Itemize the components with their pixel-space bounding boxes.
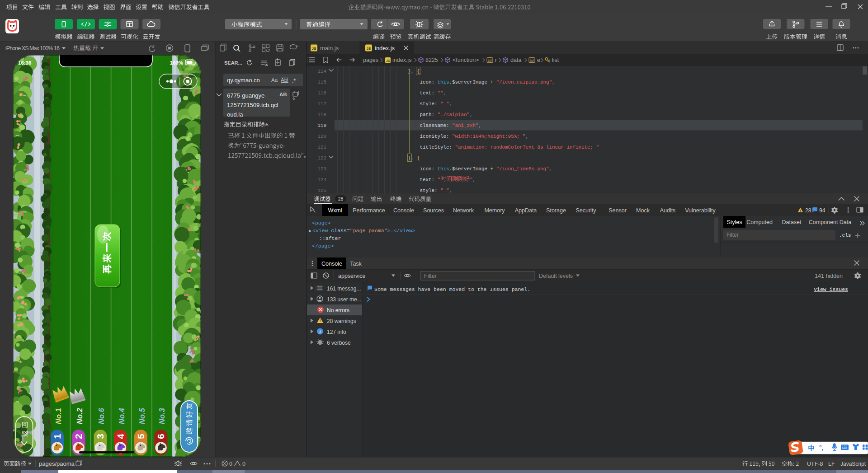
- svg-text:,: ,: [479, 123, 482, 128]
- svg-text:@: @: [530, 58, 534, 63]
- svg-text:1: 1: [52, 434, 62, 439]
- svg-text:Some messages have been moved: Some messages have been moved to the Iss…: [374, 286, 530, 292]
- svg-text:class: class: [331, 228, 347, 234]
- svg-text:style:: style:: [420, 101, 438, 107]
- svg-text:Abl: Abl: [281, 77, 288, 83]
- svg-text:JS: JS: [386, 59, 390, 62]
- svg-text:No.5: No.5: [138, 407, 146, 424]
- svg-text:28: 28: [338, 196, 344, 201]
- svg-text:data: data: [510, 57, 521, 63]
- svg-text:161 messag...: 161 messag...: [327, 286, 361, 292]
- svg-text:!: !: [800, 209, 801, 213]
- svg-text:View issues: View issues: [814, 286, 848, 292]
- svg-text:,: ,: [449, 101, 453, 107]
- svg-text:2: 2: [73, 434, 84, 439]
- svg-text:133 user me...: 133 user me...: [327, 296, 362, 303]
- svg-text:style:: style:: [420, 188, 438, 193]
- svg-text:Audits: Audits: [660, 207, 676, 214]
- svg-text:No.2: No.2: [75, 408, 84, 424]
- svg-text:119: 119: [317, 123, 326, 128]
- svg-text:LF: LF: [828, 461, 835, 467]
- svg-text:16:36: 16:36: [18, 60, 31, 66]
- svg-text:,: ,: [552, 80, 555, 85]
- svg-text:123: 123: [317, 166, 326, 172]
- svg-text:121: 121: [317, 145, 326, 150]
- svg-text:No.3: No.3: [158, 408, 166, 424]
- svg-text:116: 116: [317, 90, 326, 96]
- svg-text:JS: JS: [367, 47, 371, 51]
- svg-text:"": "": [438, 90, 443, 96]
- svg-text:Computed: Computed: [746, 219, 773, 225]
- svg-text:SEAR...: SEAR...: [224, 60, 242, 66]
- svg-text:" ": " ": [440, 188, 449, 193]
- svg-text:"page paoma": "page paoma": [350, 228, 387, 234]
- svg-text:,: ,: [470, 112, 473, 117]
- svg-text:": ": [438, 177, 441, 183]
- svg-text:className:: className:: [420, 123, 449, 128]
- svg-text:<view: <view: [312, 228, 328, 234]
- svg-text:.*: .*: [292, 78, 296, 84]
- svg-text:28: 28: [805, 207, 811, 214]
- svg-text:Task: Task: [350, 261, 362, 267]
- svg-text:,: ,: [473, 177, 476, 183]
- svg-text:iconStyle:: iconStyle:: [420, 134, 449, 139]
- svg-text:text:: text:: [420, 177, 435, 183]
- svg-text:JavaScript: JavaScript: [840, 461, 866, 467]
- svg-text:118: 118: [317, 112, 326, 117]
- svg-text:r: r: [495, 57, 497, 63]
- svg-text:"./caipiao": "./caipiao": [438, 112, 470, 117]
- svg-text:+: +: [491, 80, 494, 85]
- svg-text:"/icon_time5s.png": "/icon_time5s.png": [496, 166, 549, 172]
- svg-text:index.js: index.js: [392, 57, 411, 63]
- svg-text:Performance: Performance: [353, 207, 385, 214]
- svg-text:pages: pages: [363, 57, 378, 63]
- svg-text:Wxml: Wxml: [328, 207, 342, 214]
- svg-text:JS: JS: [312, 47, 316, 51]
- svg-text:1257721509.tcb.qcl: 1257721509.tcb.qcl: [227, 102, 278, 108]
- svg-text:+: +: [491, 166, 494, 172]
- svg-text:6775-guangye-: 6775-guangye-: [227, 92, 266, 99]
- svg-text:qy.qymao.cn: qy.qymao.cn: [227, 77, 260, 84]
- svg-text:{: {: [417, 155, 420, 161]
- svg-text:<function>: <function>: [453, 57, 479, 63]
- svg-text:" ": " ": [440, 101, 449, 107]
- svg-text:115: 115: [317, 80, 326, 85]
- svg-text:94: 94: [819, 207, 826, 214]
- svg-text:4: 4: [115, 434, 126, 439]
- svg-text:main.js: main.js: [320, 45, 339, 52]
- svg-text:Sensor: Sensor: [609, 207, 627, 214]
- svg-text:5: 5: [136, 434, 146, 439]
- svg-text:oud.la: oud.la: [227, 111, 243, 118]
- svg-text:AppData: AppData: [515, 207, 537, 214]
- svg-text:8225: 8225: [425, 57, 438, 63]
- svg-text:::after: ::after: [319, 235, 341, 241]
- svg-text:0: 0: [242, 461, 245, 467]
- svg-text:3: 3: [95, 434, 105, 439]
- svg-text:,: ,: [411, 69, 414, 74]
- svg-text:No.6: No.6: [97, 407, 105, 424]
- svg-text:,: ,: [526, 134, 529, 139]
- svg-text:28 warnings: 28 warnings: [327, 318, 356, 324]
- svg-text:No errors: No errors: [327, 307, 349, 314]
- svg-text:Mock: Mock: [636, 207, 650, 214]
- svg-text:path:: path:: [420, 112, 435, 117]
- svg-text:@: @: [488, 58, 492, 63]
- svg-text:iPhone XS Max 100% 16: iPhone XS Max 100% 16: [5, 45, 60, 52]
- svg-text:Filter: Filter: [726, 232, 739, 238]
- svg-text:Aa: Aa: [271, 77, 278, 83]
- svg-text:UTF-8: UTF-8: [807, 461, 823, 467]
- svg-text:AB: AB: [279, 92, 287, 97]
- svg-text:list: list: [552, 57, 559, 63]
- svg-text:.$serverImage: .$serverImage: [449, 166, 488, 172]
- svg-text:124: 124: [317, 177, 326, 183]
- svg-text:Dataset: Dataset: [782, 219, 802, 225]
- svg-text:114: 114: [317, 69, 326, 74]
- svg-text:120: 120: [317, 134, 326, 139]
- svg-text:Network: Network: [453, 207, 474, 214]
- svg-text:appservice: appservice: [338, 273, 365, 279]
- svg-text:<page>: <page>: [312, 220, 331, 226]
- svg-text:icon:: icon:: [420, 166, 435, 172]
- svg-text:Console: Console: [321, 261, 342, 267]
- svg-text:</page>: </page>: [312, 243, 334, 249]
- svg-text:6 verbose: 6 verbose: [327, 340, 351, 346]
